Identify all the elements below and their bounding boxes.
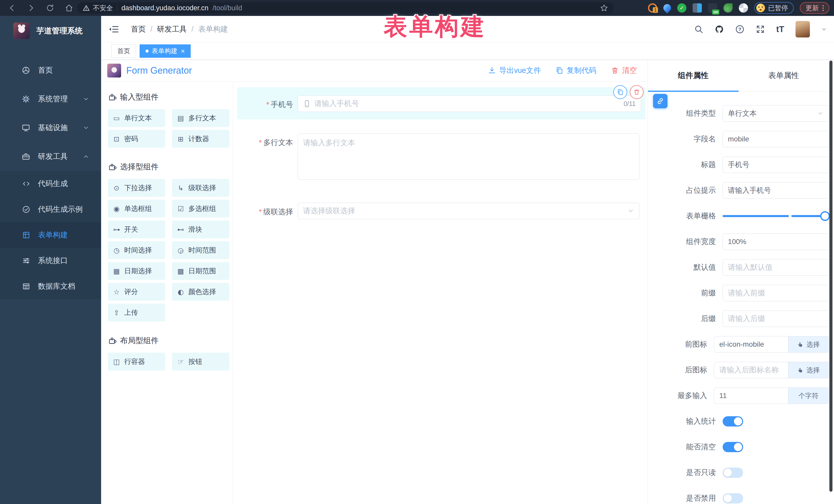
下拉选择-icon: ⊙ bbox=[112, 184, 120, 192]
user-caret-icon[interactable] bbox=[821, 26, 827, 32]
component-chip-按钮[interactable]: ☞按钮 bbox=[172, 353, 229, 371]
最多输入-input[interactable]: 11 bbox=[714, 388, 788, 404]
font-size-icon[interactable]: tT bbox=[776, 24, 784, 34]
fullscreen-icon[interactable] bbox=[756, 25, 765, 34]
前图标-input[interactable]: el-icon-mobile bbox=[714, 336, 788, 353]
help-icon[interactable]: ? bbox=[735, 25, 744, 34]
chip-label: 日期范围 bbox=[188, 266, 216, 276]
extension-orange-icon[interactable]: 1 bbox=[648, 3, 657, 13]
textarea-input[interactable]: 请输入多行文本 bbox=[298, 133, 639, 180]
breadcrumb-item[interactable]: 首页 bbox=[131, 24, 146, 35]
prop-label: 输入统计 bbox=[648, 416, 723, 426]
component-chip-级联选择[interactable]: ↳级联选择 bbox=[172, 179, 229, 197]
close-icon[interactable]: × bbox=[181, 48, 185, 54]
extension-grid-icon[interactable] bbox=[693, 3, 702, 13]
component-chip-密码[interactable]: ⊡密码 bbox=[108, 130, 165, 148]
sidebar-subitem-代码生成[interactable]: 代码生成 bbox=[0, 171, 101, 197]
component-chip-颜色选择[interactable]: ◐颜色选择 bbox=[172, 283, 229, 301]
前图标-pick-button[interactable]: 选择 bbox=[788, 336, 829, 353]
search-icon[interactable] bbox=[694, 25, 703, 34]
slider-handle[interactable] bbox=[820, 211, 830, 221]
清空-button[interactable]: 清空 bbox=[611, 65, 637, 76]
page-scrollbar[interactable] bbox=[829, 61, 832, 492]
home-icon[interactable] bbox=[65, 4, 73, 12]
后图标-input[interactable]: 请输入后图标名称 bbox=[714, 362, 788, 378]
sidebar-item-3[interactable]: 基础设施 bbox=[0, 113, 101, 142]
单选框组-icon: ◉ bbox=[112, 205, 120, 213]
puzzle-icon bbox=[108, 336, 116, 345]
component-chip-下拉选择[interactable]: ⊙下拉选择 bbox=[108, 179, 165, 197]
sidebar-item-4[interactable]: 研发工具 bbox=[0, 142, 101, 171]
back-icon[interactable] bbox=[8, 4, 17, 12]
user-avatar[interactable] bbox=[795, 21, 810, 38]
标题-input[interactable]: 手机号 bbox=[723, 156, 829, 173]
update-button[interactable]: 更新 bbox=[800, 2, 829, 14]
组件类型-select[interactable]: 单行文本 bbox=[723, 105, 829, 122]
browser-menu-icon[interactable] bbox=[822, 5, 824, 11]
复制代码-button[interactable]: 复制代码 bbox=[555, 65, 596, 76]
extension-pinwheel-icon[interactable] bbox=[739, 3, 748, 13]
sidebar-subitem-表单构建[interactable]: 表单构建 bbox=[0, 222, 101, 248]
tab-表单构建[interactable]: 表单构建× bbox=[139, 44, 191, 58]
占位提示-input[interactable]: 请输入手机号 bbox=[723, 182, 829, 199]
app-logo-row[interactable]: 芋道管理系统 bbox=[0, 16, 101, 39]
extension-drop-icon[interactable] bbox=[662, 3, 673, 13]
component-chip-日期选择[interactable]: ▦日期选择 bbox=[108, 262, 165, 280]
表单栅格-slider[interactable] bbox=[723, 208, 829, 224]
github-icon[interactable] bbox=[715, 25, 724, 34]
sidebar-subitem-系统接口[interactable]: 系统接口 bbox=[0, 248, 101, 273]
sidebar-subitem-数据库文档[interactable]: 数据库文档 bbox=[0, 273, 101, 299]
sidebar-subitem-代码生成示例[interactable]: 代码生成示例 bbox=[0, 197, 101, 222]
是否只读-toggle[interactable] bbox=[723, 467, 743, 478]
能否清空-toggle[interactable] bbox=[723, 442, 743, 452]
组件宽度-input[interactable]: 100% bbox=[723, 234, 829, 250]
后图标-pick-button[interactable]: 选择 bbox=[788, 362, 829, 378]
时间范围-icon: ◶ bbox=[177, 246, 185, 254]
security-warning[interactable]: 不安全 bbox=[83, 4, 113, 13]
component-chip-时间范围[interactable]: ◶时间范围 bbox=[172, 241, 229, 259]
component-chip-上传[interactable]: ⇪上传 bbox=[108, 304, 165, 322]
breadcrumb-item[interactable]: 研发工具 bbox=[157, 24, 187, 35]
component-chip-多选框组[interactable]: ☑多选框组 bbox=[172, 200, 229, 218]
profile-chip[interactable]: 已暂停 bbox=[754, 2, 794, 14]
link-tag-button[interactable] bbox=[653, 94, 667, 108]
extension-green-icon[interactable]: ✓ bbox=[677, 3, 686, 13]
address-bar[interactable]: 不安全 dashboard.yudao.iocoder.cn /tool/bui… bbox=[77, 2, 614, 14]
component-chip-时间选择[interactable]: ◷时间选择 bbox=[108, 241, 165, 259]
输入统计-toggle[interactable] bbox=[723, 416, 743, 426]
后缀-input[interactable]: 请输入后缀 bbox=[723, 310, 829, 327]
component-chip-计数器[interactable]: ⊞计数器 bbox=[172, 130, 229, 148]
extension-leaf-icon[interactable] bbox=[723, 3, 733, 13]
默认值-input[interactable]: 请输入默认值 bbox=[723, 259, 829, 276]
component-chip-滑块[interactable]: ⊷滑块 bbox=[172, 220, 229, 238]
fold-menu-icon[interactable] bbox=[108, 24, 119, 35]
forward-icon[interactable] bbox=[27, 4, 36, 12]
prop-label: 是否禁用 bbox=[648, 493, 723, 503]
component-chip-单选框组[interactable]: ◉单选框组 bbox=[108, 200, 165, 218]
component-chip-评分[interactable]: ☆评分 bbox=[108, 283, 165, 301]
duplicate-field-button[interactable] bbox=[613, 85, 627, 99]
reload-icon[interactable] bbox=[46, 4, 54, 12]
tab-组件属性[interactable]: 组件属性 bbox=[648, 60, 739, 92]
sidebar-subitem-label: 表单构建 bbox=[38, 230, 68, 240]
bookmark-star-icon[interactable] bbox=[600, 4, 608, 12]
component-chip-开关[interactable]: ⊶开关 bbox=[108, 220, 165, 238]
tab-首页[interactable]: 首页 bbox=[111, 44, 136, 58]
delete-field-button[interactable] bbox=[630, 85, 643, 99]
sidebar-item-2[interactable]: 系统管理 bbox=[0, 85, 101, 113]
导出vue文件-button[interactable]: 导出vue文件 bbox=[488, 65, 541, 76]
component-chip-单行文本[interactable]: ▭单行文本 bbox=[108, 109, 165, 127]
component-chip-行容器[interactable]: ◫行容器 bbox=[108, 353, 165, 371]
前缀-input[interactable]: 请输入前缀 bbox=[723, 285, 829, 301]
sidebar-item-1[interactable]: 首页 bbox=[0, 56, 101, 85]
tab-表单属性[interactable]: 表单属性 bbox=[739, 60, 829, 92]
component-chip-多行文本[interactable]: ▤多行文本 bbox=[172, 109, 229, 127]
cascader-select[interactable]: 请选择级联选择 bbox=[298, 203, 639, 219]
mobile-input[interactable]: 请输入手机号 0/11 bbox=[298, 95, 641, 112]
sidebar: 芋道管理系统 首页系统管理基础设施研发工具代码生成代码生成示例表单构建系统接口数… bbox=[0, 16, 101, 504]
component-chip-日期范围[interactable]: ▩日期范围 bbox=[172, 262, 229, 280]
extension-on-icon[interactable]: on bbox=[708, 3, 717, 13]
字段名-input[interactable]: mobile bbox=[723, 131, 829, 147]
url-host: dashboard.yudao.iocoder.cn bbox=[122, 4, 208, 12]
是否禁用-toggle[interactable] bbox=[723, 493, 743, 503]
